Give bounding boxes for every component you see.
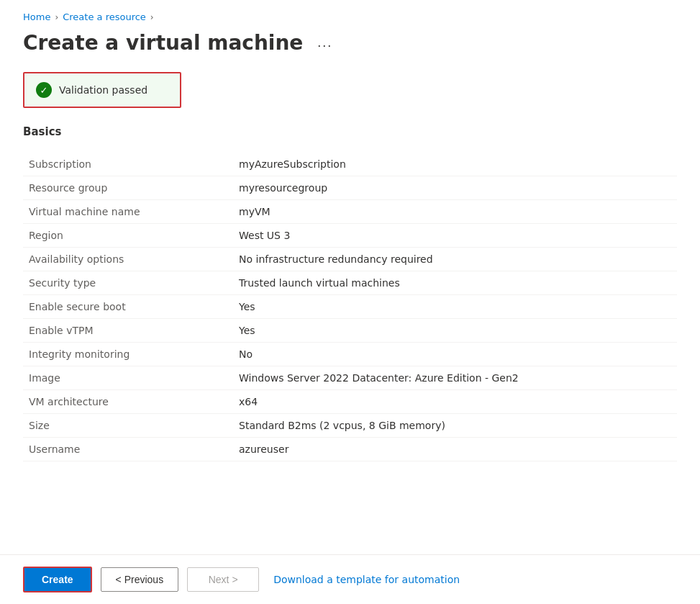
breadcrumb: Home › Create a resource ›: [23, 12, 677, 22]
table-row: VM architecturex64: [23, 390, 677, 414]
row-label: Image: [23, 366, 224, 390]
row-label: Subscription: [23, 153, 224, 176]
validation-banner: Validation passed: [23, 72, 181, 108]
row-value: Trusted launch virtual machines: [224, 271, 677, 295]
page-title: Create a virtual machine: [23, 31, 303, 55]
row-value: No infrastructure redundancy required: [224, 248, 677, 271]
row-value: Windows Server 2022 Datacenter: Azure Ed…: [224, 366, 677, 390]
table-row: Enable secure bootYes: [23, 295, 677, 319]
row-label: Enable secure boot: [23, 295, 224, 319]
row-label: Resource group: [23, 176, 224, 200]
download-template-link[interactable]: Download a template for automation: [273, 574, 460, 585]
row-value: Yes: [224, 319, 677, 343]
basics-section-title: Basics: [23, 125, 677, 141]
table-row: Resource groupmyresourcegroup: [23, 176, 677, 200]
row-label: VM architecture: [23, 390, 224, 414]
validation-text: Validation passed: [59, 84, 147, 96]
row-label: Security type: [23, 271, 224, 295]
table-row: Integrity monitoringNo: [23, 343, 677, 366]
row-label: Size: [23, 414, 224, 438]
row-label: Availability options: [23, 248, 224, 271]
validation-check-icon: [36, 82, 52, 98]
table-row: ImageWindows Server 2022 Datacenter: Azu…: [23, 366, 677, 390]
breadcrumb-home[interactable]: Home: [23, 12, 50, 22]
table-row: Security typeTrusted launch virtual mach…: [23, 271, 677, 295]
ellipsis-button[interactable]: ...: [312, 32, 338, 53]
previous-button[interactable]: < Previous: [101, 567, 179, 592]
table-row: Availability optionsNo infrastructure re…: [23, 248, 677, 271]
breadcrumb-sep-1: ›: [55, 12, 58, 22]
row-label: Region: [23, 224, 224, 248]
bottom-bar: Create < Previous Next > Download a temp…: [0, 554, 700, 604]
row-value: West US 3: [224, 224, 677, 248]
table-row: Virtual machine namemyVM: [23, 200, 677, 224]
row-value: Standard B2ms (2 vcpus, 8 GiB memory): [224, 414, 677, 438]
row-label: Enable vTPM: [23, 319, 224, 343]
row-label: Integrity monitoring: [23, 343, 224, 366]
create-button[interactable]: Create: [23, 567, 92, 592]
page-title-row: Create a virtual machine ...: [23, 31, 677, 55]
row-label: Virtual machine name: [23, 200, 224, 224]
row-label: Username: [23, 438, 224, 461]
row-value: myAzureSubscription: [224, 153, 677, 176]
row-value: Yes: [224, 295, 677, 319]
table-row: Enable vTPMYes: [23, 319, 677, 343]
breadcrumb-sep-2: ›: [150, 12, 154, 22]
table-row: SizeStandard B2ms (2 vcpus, 8 GiB memory…: [23, 414, 677, 438]
basics-section: Basics SubscriptionmyAzureSubscriptionRe…: [23, 125, 677, 461]
row-value: x64: [224, 390, 677, 414]
row-value: myresourcegroup: [224, 176, 677, 200]
breadcrumb-create-resource[interactable]: Create a resource: [63, 12, 146, 22]
row-value: myVM: [224, 200, 677, 224]
table-row: RegionWest US 3: [23, 224, 677, 248]
next-button: Next >: [187, 567, 259, 592]
row-value: No: [224, 343, 677, 366]
row-value: azureuser: [224, 438, 677, 461]
table-row: Usernameazureuser: [23, 438, 677, 461]
table-row: SubscriptionmyAzureSubscription: [23, 153, 677, 176]
basics-table: SubscriptionmyAzureSubscriptionResource …: [23, 153, 677, 461]
